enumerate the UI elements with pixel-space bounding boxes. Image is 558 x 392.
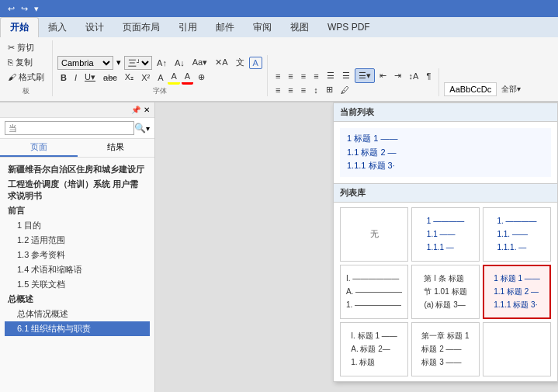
line-spacing-button[interactable]: ↕: [310, 84, 321, 96]
bold-button[interactable]: B: [57, 71, 70, 84]
underline-button[interactable]: U▾: [81, 71, 99, 84]
text-highlight-button[interactable]: A: [168, 70, 179, 85]
search-dropdown-button[interactable]: ▾: [146, 124, 150, 133]
tab-insert[interactable]: 插入: [39, 17, 76, 37]
navigation-panel: 📌 ✕ 🔍 ▾ 页面 结果 新疆维吾尔自治区住房和城乡建设厅 工程造价调度（培训…: [0, 102, 155, 392]
text-box-button[interactable]: A: [249, 57, 262, 69]
tab-home[interactable]: 开始: [0, 17, 39, 37]
cut-button[interactable]: ✂ 剪切: [5, 40, 37, 55]
font-color-button[interactable]: A: [182, 70, 193, 85]
align-center2-button[interactable]: ≡: [285, 84, 296, 96]
nav-item-0[interactable]: 新疆维吾尔自治区住房和城乡建设厅: [5, 162, 150, 177]
nav-item-8[interactable]: 总概述: [5, 292, 150, 307]
tab-layout[interactable]: 页面布局: [113, 17, 169, 37]
selected-line-1: 1 标题 1 ——: [494, 272, 539, 285]
library-item-chapter[interactable]: 第 I 条 标题 节 1.01 标题 (a) 标题 3—: [411, 265, 480, 319]
font-color-dropdown[interactable]: ⊕: [195, 71, 208, 84]
change-case-button[interactable]: Aa▾: [189, 56, 210, 69]
current-list-text-3: 1.1.1 标题 3·: [347, 159, 544, 173]
library-item-roman[interactable]: I. —————— A. —————— 1. ——————: [340, 265, 408, 319]
library-grid: 无 1 ———— 1.1 —— 1.1.1 — 1. ————: [340, 207, 551, 376]
nav-close-button[interactable]: ✕: [144, 106, 150, 114]
nav-item-5[interactable]: 1.3 参考资料: [5, 248, 150, 262]
tab-mail[interactable]: 邮件: [206, 17, 244, 37]
nav-item-9[interactable]: 总体情况概述: [5, 307, 150, 321]
title-bar: ↩ ↪ ▾: [0, 0, 558, 17]
redo-button[interactable]: ↪: [19, 4, 29, 14]
nav-item-6[interactable]: 1.4 术语和缩略语: [5, 262, 150, 277]
italic-button[interactable]: I: [71, 71, 80, 84]
increase-indent-button[interactable]: ⇥: [391, 69, 404, 82]
current-list-text-1: 1 标题 1 ——: [347, 132, 544, 146]
borders-button[interactable]: ⊞: [323, 83, 336, 96]
none-label: 无: [370, 228, 379, 240]
search-input[interactable]: [5, 121, 134, 135]
tab-review[interactable]: 审阅: [244, 17, 281, 37]
section1-line-2: A. 标题 2—: [351, 342, 397, 356]
align-right2-button[interactable]: ≡: [298, 84, 309, 96]
section1-line-3: 1. 标题: [351, 356, 397, 369]
library-item-empty[interactable]: [483, 322, 551, 376]
library-item-numeric2[interactable]: 1. ———— 1.1. —— 1.1.1. —: [483, 207, 551, 262]
tab-view[interactable]: 视图: [281, 17, 318, 37]
quick-access-more[interactable]: ▾: [33, 4, 40, 14]
align-center-button[interactable]: ≡: [285, 70, 296, 82]
align-left-button[interactable]: ≡: [272, 70, 283, 82]
nav-item-4[interactable]: 1.2 适用范围: [5, 233, 150, 248]
align-right-button[interactable]: ≡: [298, 70, 309, 82]
numbered-list-button[interactable]: ☰: [339, 69, 353, 82]
decrease-indent-button[interactable]: ⇤: [376, 69, 390, 82]
sort-button[interactable]: ↕A: [406, 70, 422, 82]
roman-line-3: 1. ——————: [346, 298, 402, 311]
font-family-select[interactable]: Cambria: [57, 56, 113, 70]
tab-design[interactable]: 设计: [76, 17, 113, 37]
nav-header: 📌 ✕: [0, 102, 154, 118]
nav-item-1[interactable]: 工程造价调度（培训）系统 用户需求说明书: [5, 177, 150, 203]
bullet-list-button[interactable]: ☰: [324, 69, 338, 82]
undo-button[interactable]: ↩: [6, 4, 16, 14]
library-item-chapter2[interactable]: 第一章 标题 1 标题 2 —— 标题 3 ——: [411, 322, 480, 376]
align-left2-button[interactable]: ≡: [272, 84, 283, 96]
format-painter-button[interactable]: 🖌 格式刷: [5, 70, 47, 85]
nav-item-7[interactable]: 1.5 关联文档: [5, 277, 150, 292]
chapter-preview: 第 I 条 标题 节 1.01 标题 (a) 标题 3—: [424, 272, 466, 311]
current-list-item[interactable]: 1 标题 1 —— 1.1 标题 2 — 1.1.1 标题 3·: [340, 128, 551, 177]
nav-item-3[interactable]: 1 目的: [5, 218, 150, 233]
search-button[interactable]: 🔍: [134, 123, 146, 134]
strikethrough-button[interactable]: abc: [100, 71, 120, 84]
text-effect-button[interactable]: A: [154, 71, 166, 84]
subscript-button[interactable]: X₂: [122, 71, 137, 84]
superscript-button[interactable]: X²: [138, 71, 153, 84]
tab-wpspdf[interactable]: WPS PDF: [318, 17, 380, 37]
clear-format-button[interactable]: ✕A: [212, 56, 230, 69]
nav-tab-pages[interactable]: 页面: [0, 139, 78, 157]
font-size-separator: ▾: [115, 57, 123, 68]
library-item-numeric[interactable]: 1 ———— 1.1 —— 1.1.1 —: [411, 207, 480, 262]
ribbon-group-font: Cambria ▾ 三号 A↑ A↓ Aa▾ ✕A 文 A B I U▾ abc…: [57, 55, 268, 96]
library-item-section1[interactable]: I. 标题 1 —— A. 标题 2— 1. 标题: [340, 322, 408, 376]
nav-pin-button[interactable]: 📌: [131, 106, 140, 114]
multilevel-list-button[interactable]: ☰▾: [355, 68, 375, 83]
font-grow-button[interactable]: A↑: [154, 57, 170, 69]
style-all-label: 全部▾: [498, 84, 521, 95]
current-list-preview: 1 标题 1 —— 1.1 标题 2 — 1.1.1 标题 3·: [334, 122, 557, 184]
ribbon-content: ✂ 剪切 ⎘ 复制 🖌 格式刷 板 Cambria ▾ 三号 A↑ A↓: [0, 37, 558, 102]
phonetic-button[interactable]: 文: [233, 55, 248, 70]
current-list-section-title: 当前列表: [334, 103, 557, 122]
show-formatting-button[interactable]: ¶: [423, 70, 434, 82]
nav-tab-results[interactable]: 结果: [78, 139, 155, 157]
shading-button[interactable]: 🖊: [338, 84, 352, 96]
copy-button[interactable]: ⎘ 复制: [5, 55, 36, 70]
section1-preview: I. 标题 1 —— A. 标题 2— 1. 标题: [351, 329, 397, 369]
library-item-selected[interactable]: 1 标题 1 —— 1.1 标题 2 — 1.1.1 标题 3·: [483, 265, 551, 319]
justify-button[interactable]: ≡: [310, 70, 321, 82]
font-size-select[interactable]: 三号: [124, 56, 152, 70]
tab-references[interactable]: 引用: [169, 17, 206, 37]
library-item-none[interactable]: 无: [340, 207, 408, 262]
nav-item-2[interactable]: 前言: [5, 203, 150, 218]
ribbon: 开始 插入 设计 页面布局 引用 邮件 审阅 视图 WPS PDF ✂ 剪切 ⎘…: [0, 17, 558, 102]
multilevel-list-dropdown: 当前列表 1 标题 1 —— 1.1 标题 2 — 1.1.1 标题 3· 列表…: [333, 102, 558, 382]
numeric2-line-1: 1. ————: [497, 214, 536, 227]
nav-item-10[interactable]: 6.1 组织结构与职责: [5, 321, 150, 336]
font-shrink-button[interactable]: A↓: [172, 57, 188, 69]
